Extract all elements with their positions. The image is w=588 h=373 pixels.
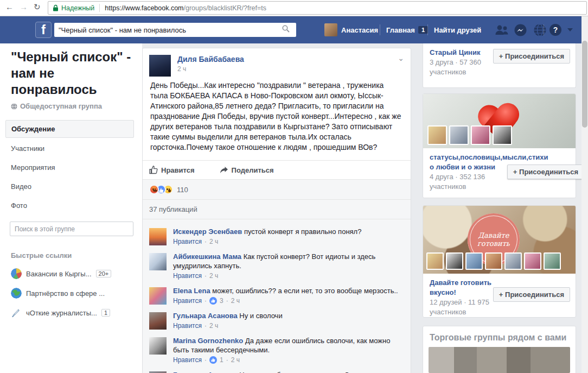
member-avatar[interactable]: [544, 252, 561, 270]
reload-icon[interactable]: ↻: [34, 2, 41, 12]
quick-link-label: Вакансии в Кыргы...: [26, 270, 92, 278]
comment-time[interactable]: 2 ч: [209, 322, 218, 330]
messenger-icon[interactable]: [514, 24, 527, 39]
member-avatar[interactable]: [465, 252, 483, 270]
post-timestamp[interactable]: 2 ч: [177, 65, 404, 73]
group-cover-heart-image[interactable]: [423, 94, 576, 148]
comment-meta: Нравится · 3 · 2 ч: [173, 297, 404, 305]
commenter-name[interactable]: Айбикешкина Мама: [173, 252, 241, 261]
commenter-avatar[interactable]: [149, 337, 167, 355]
home-label: Главная: [386, 26, 415, 34]
group-nav: Обсуждение Участники Мероприятия Видео Ф…: [11, 120, 135, 214]
commenter-avatar[interactable]: [149, 253, 167, 270]
member-avatar[interactable]: [427, 125, 447, 145]
find-friends-label: Найти друзей: [434, 26, 481, 34]
comment-time[interactable]: 2 ч: [209, 238, 218, 245]
reactions-count[interactable]: 110: [177, 186, 188, 194]
facebook-header: f Анастасия Главная 1 Найти друзей ?: [0, 16, 588, 43]
header-divider: [544, 24, 544, 35]
nav-item-photos[interactable]: Фото: [5, 197, 134, 214]
member-avatar[interactable]: [426, 252, 444, 270]
member-avatar[interactable]: [485, 252, 502, 270]
group-title[interactable]: "Черный список" - нам не понравилось: [11, 49, 133, 98]
commenter-avatar[interactable]: [149, 312, 167, 330]
sale-groups-title: Торговые группы рядом с вами: [423, 326, 576, 347]
suggested-group-title[interactable]: Старый Циник: [430, 48, 503, 58]
commenter-name[interactable]: Elena Lena: [173, 287, 210, 295]
sale-group-cover-image[interactable]: [429, 347, 570, 373]
friend-requests-icon[interactable]: [495, 24, 509, 38]
search-icon[interactable]: [282, 25, 290, 35]
find-friends-link[interactable]: Найти друзей: [434, 16, 481, 43]
suggested-group-card: статусы,пословицы,мысли,стихи о любви и …: [423, 93, 576, 198]
post-card: Диля Байбабаева 2 ч ⌄ День Победы...Как …: [142, 48, 411, 373]
page-scrollbar[interactable]: [581, 16, 588, 373]
scrollbar-thumb[interactable]: [582, 41, 587, 128]
like-button[interactable]: Нравится: [149, 166, 195, 174]
commenter-name[interactable]: Гульнара Асанова: [173, 312, 238, 320]
publications-count[interactable]: 37 публикаций: [143, 199, 411, 219]
member-avatars-strip: [426, 252, 561, 270]
comment-time[interactable]: 2 ч: [209, 272, 218, 280]
earth-icon: [11, 288, 22, 299]
back-icon[interactable]: ←: [5, 2, 14, 11]
comment-like-link[interactable]: Нравится: [173, 272, 202, 280]
member-avatar[interactable]: [524, 252, 541, 270]
group-cover-food-image[interactable]: Давайте готовить: [423, 206, 576, 274]
comment-like-count[interactable]: 3: [220, 297, 223, 305]
member-avatar[interactable]: [449, 125, 469, 145]
suggested-group-stats: участников: [430, 307, 514, 317]
quick-link-vacancies[interactable]: Вакансии в Кыргы... 20+: [11, 268, 135, 279]
member-avatar[interactable]: [504, 252, 522, 270]
member-avatar[interactable]: [471, 125, 490, 145]
suggested-group-title[interactable]: статусы,пословицы,мысли,стихи о любви и …: [430, 153, 520, 172]
user-name: Анастасия: [341, 26, 378, 34]
join-group-button[interactable]: + Присоединиться: [493, 49, 570, 64]
nav-item-members[interactable]: Участники: [5, 140, 134, 157]
nav-item-videos[interactable]: Видео: [5, 178, 134, 195]
nav-item-discussion[interactable]: Обсуждение: [5, 120, 134, 138]
help-icon[interactable]: ?: [549, 24, 561, 36]
post-author-name[interactable]: Диля Байбабаева: [177, 55, 404, 64]
member-avatar[interactable]: [493, 125, 512, 145]
suggested-group-stats: 4 друга · 352 136: [430, 172, 520, 182]
comment-time[interactable]: 2 ч: [231, 297, 240, 305]
commenter-name[interactable]: Marina Gornozhenko: [173, 337, 243, 345]
feather-pen-icon: [11, 307, 22, 318]
meta-separator: ·: [204, 356, 207, 364]
commenter-name[interactable]: Гульнара Асанова: [173, 371, 238, 373]
join-group-button[interactable]: + Присоединиться: [507, 165, 584, 179]
member-avatar[interactable]: [446, 252, 463, 270]
comment-like-link[interactable]: Нравится: [173, 238, 202, 245]
comment-like-link[interactable]: Нравится: [173, 297, 202, 305]
comment-row: Elena Lena может, ошиблись?? а если нет,…: [149, 283, 404, 308]
commenter-avatar[interactable]: [149, 287, 167, 305]
comment-like-count[interactable]: 1: [220, 356, 223, 364]
group-search-input[interactable]: [10, 222, 133, 236]
facebook-logo[interactable]: f: [35, 22, 52, 38]
notifications-globe-icon[interactable]: [534, 24, 546, 39]
comment-meta: Нравится · 2 ч: [173, 272, 404, 280]
quick-link-badge: 20+: [96, 270, 112, 277]
chevron-down-icon[interactable]: ⌄: [398, 54, 404, 62]
share-button[interactable]: Поделиться: [220, 166, 274, 174]
comment-time[interactable]: 2 ч: [231, 356, 240, 364]
post-author-avatar[interactable]: [149, 55, 171, 77]
join-group-button[interactable]: + Присоединиться: [493, 287, 570, 302]
header-search-input[interactable]: [54, 23, 296, 37]
comment-like-link[interactable]: Нравится: [173, 356, 202, 364]
reactions-summary[interactable]: 110: [143, 180, 411, 199]
nav-item-events[interactable]: Мероприятия: [5, 159, 134, 176]
thumb-up-icon: [149, 166, 158, 174]
quick-link-partnership[interactable]: Партнёрство в сфере ...: [11, 288, 135, 299]
comment-like-link[interactable]: Нравится: [173, 322, 202, 330]
profile-link[interactable]: Анастасия: [324, 16, 378, 43]
quick-link-journalists[interactable]: чОткие журналисты... 1: [11, 307, 135, 318]
commenter-avatar[interactable]: [149, 228, 167, 245]
comment-row: Искендер Эсенбаев пустой конверт я прави…: [149, 224, 404, 249]
commenter-name[interactable]: Искендер Эсенбаев: [173, 227, 242, 236]
forward-icon[interactable]: →: [20, 2, 28, 11]
account-menu-caret-icon[interactable]: [567, 28, 573, 31]
home-link[interactable]: Главная 1: [386, 16, 428, 43]
address-bar[interactable]: Надежный https://www.facebook.com/groups…: [48, 1, 587, 15]
